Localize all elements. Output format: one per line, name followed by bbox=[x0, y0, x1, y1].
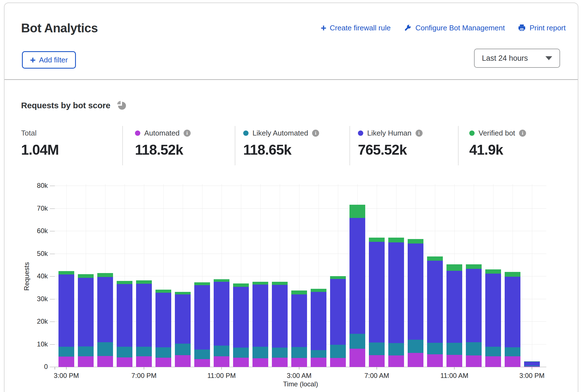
x-axis-title: Time (local) bbox=[283, 380, 318, 388]
print-report-link[interactable]: Print report bbox=[518, 24, 566, 32]
plus-icon: + bbox=[30, 55, 36, 65]
time-range-select[interactable]: Last 24 hours bbox=[474, 49, 560, 68]
legend-dot bbox=[358, 130, 363, 136]
link-label: Print report bbox=[529, 24, 566, 32]
stat-value: 765.52k bbox=[358, 142, 423, 158]
stat-label: Likely Automated bbox=[252, 129, 308, 138]
section-header: Requests by bot score bbox=[21, 100, 127, 111]
stat-divider bbox=[235, 126, 235, 165]
info-icon[interactable]: i bbox=[519, 130, 526, 137]
link-label: Create firewall rule bbox=[330, 24, 391, 32]
configure-bot-management-link[interactable]: Configure Bot Management bbox=[403, 24, 505, 32]
create-firewall-rule-link[interactable]: + Create firewall rule bbox=[321, 23, 391, 33]
y-axis-title: Requests bbox=[23, 262, 31, 290]
stat-divider bbox=[122, 126, 123, 165]
stat-label: Verified bot bbox=[479, 129, 515, 138]
stat-divider bbox=[458, 126, 459, 165]
chevron-down-icon bbox=[545, 56, 552, 60]
stat-value: 118.65k bbox=[243, 142, 319, 158]
pie-chart-icon bbox=[116, 100, 127, 111]
header-divider bbox=[4, 79, 578, 80]
stat-divider bbox=[349, 126, 350, 165]
link-label: Configure Bot Management bbox=[415, 24, 505, 32]
stat-automated: Automated i 118.52k bbox=[135, 129, 191, 158]
stat-value: 41.9k bbox=[469, 142, 526, 158]
time-range-value: Last 24 hours bbox=[482, 54, 528, 63]
info-icon[interactable]: i bbox=[184, 130, 191, 137]
stat-label: Likely Human bbox=[367, 129, 412, 138]
bot-analytics-card: Bot Analytics + Create firewall rule Con… bbox=[4, 3, 578, 392]
stat-label: Automated bbox=[144, 129, 180, 138]
info-icon[interactable]: i bbox=[312, 130, 319, 137]
plus-icon: + bbox=[321, 23, 326, 33]
stat-likely-automated: Likely Automated i 118.65k bbox=[243, 129, 319, 158]
legend-dot bbox=[135, 130, 140, 136]
wrench-icon bbox=[403, 24, 412, 32]
stat-likely-human: Likely Human i 765.52k bbox=[358, 129, 423, 158]
stat-total: Total 1.04M bbox=[21, 129, 59, 158]
section-title: Requests by bot score bbox=[21, 101, 110, 110]
stat-value: 1.04M bbox=[21, 142, 59, 158]
printer-icon bbox=[518, 24, 526, 32]
header-actions: + Create firewall rule Configure Bot Man… bbox=[321, 22, 566, 34]
page-title: Bot Analytics bbox=[21, 21, 98, 35]
info-icon[interactable]: i bbox=[416, 130, 423, 137]
stat-label: Total bbox=[21, 129, 37, 138]
legend-dot bbox=[469, 130, 475, 136]
add-filter-button[interactable]: + Add filter bbox=[22, 51, 76, 69]
legend-dot bbox=[243, 130, 249, 136]
stat-verified-bot: Verified bot i 41.9k bbox=[469, 129, 526, 158]
stat-value: 118.52k bbox=[135, 142, 191, 158]
